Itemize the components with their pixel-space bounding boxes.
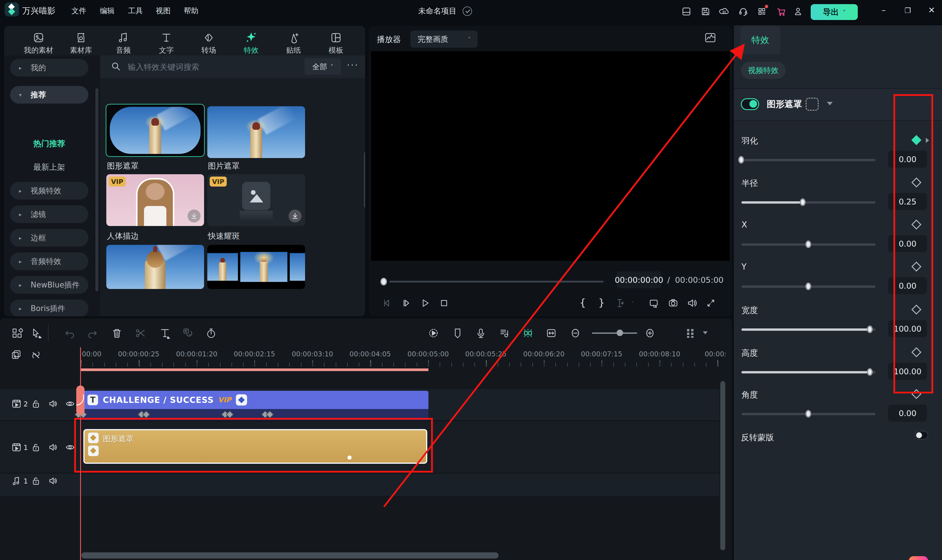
split-clip-active-icon[interactable] bbox=[522, 327, 534, 339]
tab-audio[interactable]: 音频 bbox=[102, 29, 144, 57]
sidebar-item-recommend[interactable]: ▾ 推荐 bbox=[10, 86, 88, 103]
menu-file[interactable]: 文件 bbox=[72, 6, 86, 15]
timeline-zoom-handle[interactable] bbox=[617, 329, 623, 336]
param-slider[interactable] bbox=[742, 285, 876, 288]
effect-thumb-quick-flare[interactable]: VIP bbox=[207, 174, 305, 226]
account-icon[interactable] bbox=[793, 6, 803, 17]
cloud-sync-icon[interactable] bbox=[719, 6, 729, 17]
sidebar-item-borders[interactable]: ▸ 边框 bbox=[10, 229, 88, 246]
menu-edit[interactable]: 编辑 bbox=[100, 6, 114, 15]
snapshot-camera-button[interactable] bbox=[667, 297, 679, 309]
stop-button[interactable] bbox=[438, 297, 450, 309]
invert-mask-toggle[interactable] bbox=[914, 431, 928, 440]
previous-frame-button[interactable] bbox=[381, 297, 392, 309]
download-icon[interactable] bbox=[188, 209, 200, 223]
menu-help[interactable]: 帮助 bbox=[184, 6, 199, 15]
tab-my-media[interactable]: 我的素材 bbox=[18, 29, 60, 57]
clip-keyframe-icon[interactable] bbox=[236, 394, 247, 406]
redo-icon[interactable] bbox=[86, 327, 98, 339]
volume-button[interactable] bbox=[686, 297, 698, 309]
menu-view[interactable]: 视图 bbox=[156, 6, 171, 15]
unlink-clips-icon[interactable] bbox=[30, 349, 42, 361]
delete-icon[interactable] bbox=[111, 327, 123, 339]
slider-handle[interactable] bbox=[867, 325, 873, 333]
effect-thumb-filmstrip-partial[interactable] bbox=[207, 245, 305, 289]
sidebar-item-filters[interactable]: ▸ 滤镜 bbox=[10, 205, 88, 223]
tab-effects[interactable]: 特效 bbox=[230, 29, 272, 57]
scopes-icon[interactable] bbox=[704, 31, 717, 44]
search-input[interactable]: 输入特效关键词搜索 bbox=[128, 62, 199, 72]
param-slider[interactable] bbox=[742, 243, 876, 246]
apps-grid-icon[interactable] bbox=[757, 6, 767, 17]
effect-thumb-image-mask[interactable] bbox=[207, 106, 305, 158]
mask-shape-icon[interactable] bbox=[806, 98, 819, 111]
cart-icon[interactable] bbox=[776, 6, 786, 17]
mark-in-button[interactable]: { bbox=[580, 297, 586, 308]
tab-stock-library[interactable]: 素材库 bbox=[60, 29, 102, 57]
sidebar-item-boris[interactable]: ▸ Boris插件 bbox=[10, 300, 88, 316]
sidebar-item-video-fx[interactable]: ▸ 视频特效 bbox=[10, 182, 88, 200]
step-forward-button[interactable] bbox=[401, 297, 412, 309]
quality-dropdown[interactable]: 完整画质 ˅ bbox=[410, 31, 478, 48]
tab-templates[interactable]: 模板 bbox=[315, 29, 357, 57]
mute-track-icon[interactable] bbox=[48, 442, 58, 452]
sidebar-scrollbar[interactable] bbox=[96, 88, 98, 291]
timeline-zoom-slider[interactable] bbox=[592, 332, 637, 334]
tab-text[interactable]: 文字 bbox=[145, 29, 187, 57]
render-preview-icon[interactable] bbox=[427, 327, 439, 339]
keyframe-pair-icon[interactable] bbox=[222, 411, 236, 418]
filter-dropdown[interactable]: 全部 ˅ bbox=[304, 58, 341, 75]
tab-effects-properties[interactable]: 特效 bbox=[740, 26, 780, 54]
mute-track-icon[interactable] bbox=[48, 475, 58, 486]
tab-stickers[interactable]: 贴纸 bbox=[273, 29, 315, 57]
effect-thumb-partial[interactable] bbox=[106, 245, 204, 289]
keyframe-pair-icon[interactable] bbox=[139, 411, 153, 418]
slider-handle[interactable] bbox=[805, 283, 811, 290]
sidebar-item-audio-fx[interactable]: ▸ 音频特效 bbox=[10, 252, 88, 270]
save-icon[interactable] bbox=[700, 6, 711, 17]
support-headset-icon[interactable] bbox=[738, 6, 748, 17]
fit-timeline-icon[interactable] bbox=[545, 327, 557, 339]
chevron-down-icon[interactable]: ˅ bbox=[631, 301, 634, 306]
playhead[interactable] bbox=[80, 347, 81, 560]
export-button[interactable]: 导出 ˅ bbox=[811, 4, 858, 20]
param-slider[interactable] bbox=[742, 328, 876, 331]
text-tool-icon[interactable] bbox=[159, 327, 171, 339]
param-slider[interactable] bbox=[742, 159, 876, 161]
slider-handle[interactable] bbox=[800, 198, 806, 206]
param-slider[interactable] bbox=[742, 201, 876, 204]
audio-to-text-icon[interactable] bbox=[498, 327, 510, 339]
download-icon[interactable] bbox=[288, 209, 302, 223]
content-scrollbar[interactable] bbox=[364, 152, 365, 208]
select-tool-icon[interactable] bbox=[31, 327, 42, 339]
lock-track-icon[interactable] bbox=[31, 398, 41, 409]
slider-handle[interactable] bbox=[867, 368, 873, 376]
lock-track-icon[interactable] bbox=[31, 475, 41, 486]
track-manager-icon[interactable] bbox=[685, 327, 697, 339]
marker-icon[interactable] bbox=[452, 327, 464, 339]
mark-out-button[interactable]: } bbox=[598, 297, 605, 308]
effect-enable-toggle[interactable] bbox=[741, 98, 759, 110]
voiceover-mic-icon[interactable] bbox=[475, 327, 487, 339]
timeline-vertical-scrollbar[interactable] bbox=[720, 381, 725, 550]
category-badge[interactable]: 视频特效 bbox=[741, 62, 786, 79]
sidebar-item-newest[interactable]: 最新上架 bbox=[4, 162, 94, 172]
chevron-down-icon[interactable] bbox=[827, 102, 833, 105]
layout-panel-icon[interactable] bbox=[681, 6, 691, 17]
speed-timer-icon[interactable] bbox=[205, 327, 217, 339]
restore-button[interactable]: ❐ bbox=[905, 6, 911, 15]
effect-thumb-shape-mask[interactable] bbox=[106, 105, 204, 156]
speech-to-text-icon[interactable]: T bbox=[182, 327, 194, 339]
close-button[interactable]: ✕ bbox=[928, 5, 935, 15]
param-value[interactable]: 0.00 bbox=[888, 405, 927, 422]
slider-handle[interactable] bbox=[738, 156, 744, 164]
effect-thumb-body-outline[interactable]: VIP bbox=[106, 174, 204, 226]
hide-track-icon[interactable] bbox=[65, 398, 76, 409]
zoom-in-icon[interactable] bbox=[644, 327, 656, 339]
keyframe-grid-tool-icon[interactable] bbox=[11, 327, 23, 339]
hide-track-icon[interactable] bbox=[65, 442, 76, 452]
zoom-out-icon[interactable] bbox=[569, 327, 581, 339]
add-track-icon[interactable] bbox=[11, 349, 22, 361]
timeline-horizontal-scrollbar[interactable] bbox=[81, 552, 498, 558]
text-clip[interactable]: T CHALLENGE / SUCCESS VIP bbox=[81, 391, 429, 409]
